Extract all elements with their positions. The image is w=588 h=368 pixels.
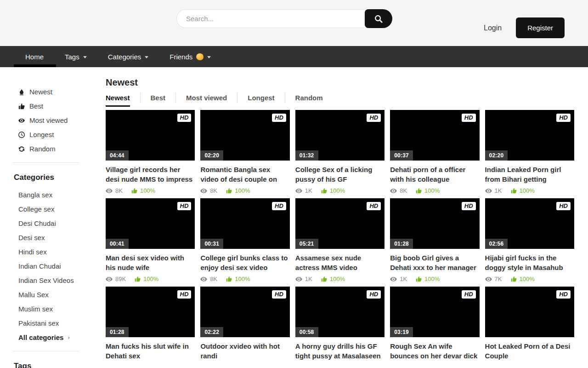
auth-links: Login Register: [484, 17, 565, 38]
video-title[interactable]: College Sex of a licking pussy of his GF: [295, 165, 384, 184]
tags-heading: Tags: [14, 362, 106, 368]
nav-item-home[interactable]: Home: [25, 53, 44, 61]
sidebar-category-link[interactable]: Pakistani sex: [13, 316, 106, 330]
video-card: 04:44 HD Village girl records her desi n…: [106, 110, 195, 194]
video-title[interactable]: A horny guy drills his GF tight pussy at…: [295, 341, 384, 361]
video-title[interactable]: Man desi sex video with his nude wife: [106, 253, 195, 272]
search-button[interactable]: [365, 9, 392, 28]
video-thumbnail[interactable]: 01:32 HD: [295, 110, 384, 161]
video-title[interactable]: Man fucks his slut wife in Dehati sex: [106, 341, 195, 361]
thumbs-up-icon: [321, 188, 327, 194]
video-thumbnail[interactable]: 00:37 HD: [390, 110, 479, 161]
tab-random[interactable]: Random: [295, 94, 323, 107]
video-title[interactable]: College girl bunks class to enjoy desi s…: [200, 253, 289, 272]
thumbs-up-icon: [131, 188, 137, 194]
thumbs-up-icon: [321, 276, 327, 282]
sidebar-item-all-categories[interactable]: All categories ›: [13, 330, 106, 345]
sidebar-category-link[interactable]: Mallu Sex: [13, 288, 106, 302]
video-title[interactable]: Romantic Bangla sex video of desi couple…: [200, 165, 289, 184]
sidebar-item-random[interactable]: Random: [13, 142, 106, 156]
duration-badge: 00:58: [295, 327, 318, 337]
sidebar-category-link[interactable]: Indian Chudai: [13, 259, 106, 273]
video-thumbnail[interactable]: HD: [485, 287, 574, 337]
hd-badge: HD: [462, 114, 476, 122]
page-title: Newest: [106, 77, 574, 88]
hd-badge: HD: [177, 290, 192, 299]
video-title[interactable]: Rough Sex An wife bounces on her devar d…: [390, 341, 479, 361]
view-count: 1K: [295, 187, 312, 194]
search-icon: [374, 15, 383, 23]
sidebar-item-newest[interactable]: Newest: [13, 85, 106, 99]
eye-icon: [106, 277, 113, 282]
duration-badge: 00:37: [390, 150, 413, 161]
video-card: 02:56 HD Hijabi girl fucks in the doggy …: [485, 198, 574, 282]
sidebar-category-link[interactable]: Muslim sex: [13, 302, 106, 316]
tab-most-viewed[interactable]: Most viewed: [186, 94, 227, 107]
sidebar-item-best[interactable]: Best: [13, 99, 106, 113]
tab-newest[interactable]: Newest: [106, 94, 130, 107]
video-card: 01:28 HD Big boob Girl gives a Dehati xx…: [390, 198, 479, 282]
thumbs-up-icon: [226, 276, 232, 282]
tab-best[interactable]: Best: [151, 94, 166, 107]
video-title[interactable]: Indian Leaked Porn girl from Bihari gett…: [485, 165, 574, 184]
nav-item-tags[interactable]: Tags: [65, 53, 87, 61]
video-card: 03:19 HD Rough Sex An wife bounces on he…: [390, 287, 479, 361]
nav-item-categories[interactable]: Categories: [108, 53, 149, 61]
video-title[interactable]: Hot Leaked Porn of a Desi Couple: [485, 341, 574, 361]
login-link[interactable]: Login: [484, 24, 502, 32]
sidebar-category-link[interactable]: Bangla sex: [13, 188, 106, 202]
video-thumbnail[interactable]: 02:22 HD: [200, 287, 289, 337]
video-thumbnail[interactable]: 02:20 HD: [485, 110, 574, 161]
hd-badge: HD: [367, 202, 381, 210]
video-title[interactable]: Dehati porn of a officer with his collea…: [390, 165, 479, 184]
hd-badge: HD: [367, 114, 381, 122]
sidebar-category-link[interactable]: Desi Chudai: [13, 216, 106, 230]
register-button[interactable]: Register: [516, 17, 565, 38]
sidebar-category-link[interactable]: Hindi sex: [13, 245, 106, 259]
sidebar-item-most-viewed[interactable]: Most viewed: [13, 113, 106, 127]
sidebar-category-link[interactable]: Indian Sex Videos: [13, 273, 106, 288]
video-thumbnail[interactable]: 00:58 HD: [295, 287, 384, 337]
video-title[interactable]: Outdoor xvideo with hot randi: [200, 341, 289, 361]
video-thumbnail[interactable]: 01:28 HD: [106, 287, 195, 337]
nav-item-label: Home: [25, 53, 44, 61]
video-thumbnail[interactable]: 00:31 HD: [200, 198, 289, 249]
categories-heading: Categories: [14, 173, 106, 182]
hd-badge: HD: [367, 290, 381, 299]
newest-icon: [18, 89, 25, 95]
video-card: 01:28 HD Man fucks his slut wife in Deha…: [106, 287, 195, 361]
search-input[interactable]: [176, 9, 365, 28]
view-count: 1K: [390, 276, 407, 282]
sidebar-category-link[interactable]: College sex: [13, 202, 106, 216]
video-grid: 04:44 HD Village girl records her desi n…: [106, 110, 574, 361]
video-card: 00:31 HD College girl bunks class to enj…: [200, 198, 289, 282]
search-bar: [176, 9, 392, 28]
rating: 100%: [416, 276, 440, 282]
video-title[interactable]: Hijabi girl fucks in the doggy style in …: [485, 253, 574, 272]
video-thumbnail[interactable]: 04:44 HD: [106, 110, 195, 161]
view-count: 8K: [200, 187, 217, 194]
thumbs-up-icon: [226, 188, 232, 194]
hd-badge: HD: [272, 202, 286, 210]
sidebar-category-link[interactable]: Desi sex: [13, 230, 106, 245]
eye-icon: [390, 277, 397, 282]
video-thumbnail[interactable]: 02:56 HD: [485, 198, 574, 249]
video-thumbnail[interactable]: 05:21 HD: [295, 198, 384, 249]
video-thumbnail[interactable]: 00:41 HD: [106, 198, 195, 249]
video-thumbnail[interactable]: 02:20 HD: [200, 110, 289, 161]
video-title[interactable]: Big boob Girl gives a Dehati xxx to her …: [390, 253, 479, 272]
video-card: 02:20 HD Indian Leaked Porn girl from Bi…: [485, 110, 574, 194]
duration-badge: 04:44: [106, 150, 129, 161]
sidebar-sort-label: Random: [29, 145, 56, 153]
nav-item-friends[interactable]: Friends: [170, 53, 211, 61]
tab-longest[interactable]: Longest: [248, 94, 274, 107]
video-thumbnail[interactable]: 03:19 HD: [390, 287, 479, 337]
sidebar-item-longest[interactable]: Longest: [13, 127, 106, 142]
view-count: 8K: [390, 187, 407, 194]
video-title[interactable]: Assamese sex nude actress MMS video: [295, 253, 384, 272]
duration-badge: 05:21: [295, 239, 318, 249]
sidebar: Newest Best Most viewed Longest Random C…: [0, 67, 106, 368]
view-count: 1K: [485, 187, 502, 194]
video-thumbnail[interactable]: 01:28 HD: [390, 198, 479, 249]
video-title[interactable]: Village girl records her desi nude MMS t…: [106, 165, 195, 184]
